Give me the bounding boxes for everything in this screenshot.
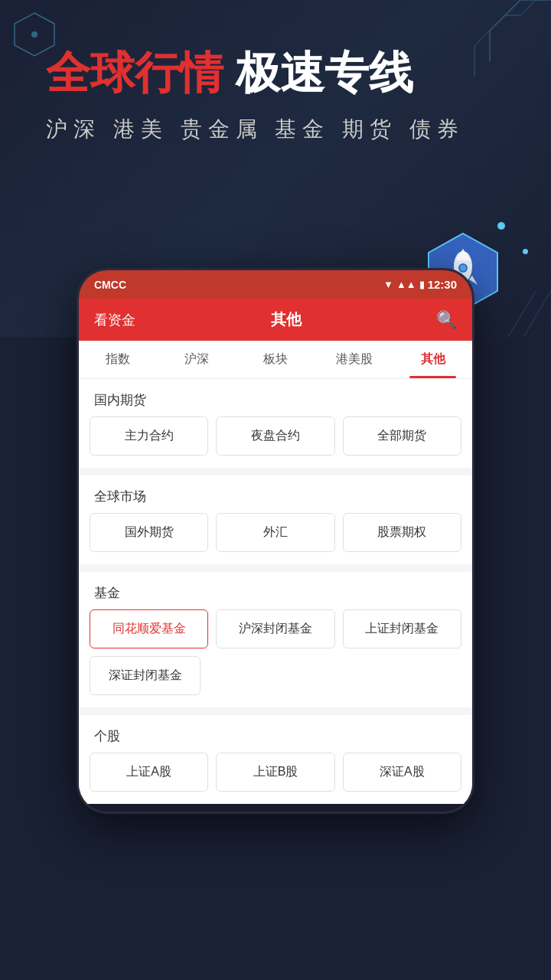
btn-hushen-closed-fund[interactable]: 沪深封闭基金 (216, 609, 334, 648)
tabs-bar: 指数 沪深 板块 港美股 其他 (79, 341, 472, 379)
battery-icon: ▮ (419, 279, 425, 290)
section-buttons-funds: 同花顺爱基金 沪深封闭基金 上证封闭基金 深证封闭基金 (79, 609, 472, 707)
btn-main-contract[interactable]: 主力合约 (90, 416, 208, 456)
status-time: 12:30 (428, 278, 457, 291)
section-title-domestic-futures: 国内期货 (79, 379, 472, 416)
tab-qita[interactable]: 其他 (393, 341, 472, 378)
tab-hushen[interactable]: 沪深 (158, 341, 236, 378)
status-bar: CMCC ▼ ▲▲ ▮ 12:30 (79, 270, 472, 299)
btn-shanghai-b[interactable]: 上证B股 (216, 753, 334, 792)
section-buttons-global-market: 国外期货 外汇 股票期权 (79, 513, 472, 564)
hero-title-white: 极速专线 (223, 47, 413, 97)
btn-shanghai-a[interactable]: 上证A股 (90, 753, 208, 792)
btn-foreign-futures[interactable]: 国外期货 (90, 513, 208, 552)
hero-subtitle: 沪深 港美 贵金属 基金 期货 债券 (46, 115, 520, 144)
btn-shenzheng-closed-fund[interactable]: 深证封闭基金 (90, 656, 201, 695)
phone-frame: CMCC ▼ ▲▲ ▮ 12:30 看资金 其他 🔍 指数 沪深 板块 (77, 268, 474, 814)
status-carrier: CMCC (94, 279, 126, 291)
btn-forex[interactable]: 外汇 (216, 513, 334, 552)
rocket-dot-small (523, 249, 528, 254)
section-individual-stocks: 个股 上证A股 上证B股 深证A股 (79, 715, 472, 804)
section-buttons-domestic-futures: 主力合约 夜盘合约 全部期货 (79, 416, 472, 468)
hero-title-red: 全球行情 (46, 47, 223, 97)
signal-icon: ▲▲ (396, 279, 416, 290)
tab-gangmeigu[interactable]: 港美股 (315, 341, 393, 378)
btn-stock-options[interactable]: 股票期权 (343, 513, 461, 552)
btn-all-futures[interactable]: 全部期货 (343, 416, 461, 456)
btn-shenzhen-a[interactable]: 深证A股 (343, 753, 461, 792)
tab-indices[interactable]: 指数 (79, 341, 158, 378)
section-funds: 基金 同花顺爱基金 沪深封闭基金 上证封闭基金 深证封闭基金 (79, 572, 472, 707)
section-title-funds: 基金 (79, 572, 472, 609)
wifi-icon: ▼ (383, 279, 393, 290)
tab-bankuai[interactable]: 板块 (236, 341, 315, 378)
section-title-individual-stocks: 个股 (79, 715, 472, 753)
phone-mockup: CMCC ▼ ▲▲ ▮ 12:30 看资金 其他 🔍 指数 沪深 板块 (77, 268, 474, 814)
rocket-dot-large (497, 222, 505, 230)
search-icon[interactable]: 🔍 (436, 310, 457, 330)
content-area: 国内期货 主力合约 夜盘合约 全部期货 全球市场 国外期货 外汇 股票期权 基金 (79, 379, 472, 804)
hero-title: 全球行情 极速专线 (46, 46, 520, 100)
status-icons: ▼ ▲▲ ▮ 12:30 (383, 278, 457, 291)
btn-tonghuashun-fund[interactable]: 同花顺爱基金 (90, 609, 208, 648)
btn-shangzheng-closed-fund[interactable]: 上证封闭基金 (343, 609, 461, 648)
app-header: 看资金 其他 🔍 (79, 299, 472, 341)
section-global-market: 全球市场 国外期货 外汇 股票期权 (79, 475, 472, 564)
section-title-global-market: 全球市场 (79, 475, 472, 513)
hero-text-block: 全球行情 极速专线 沪深 港美 贵金属 基金 期货 债券 (0, 0, 551, 159)
section-domestic-futures: 国内期货 主力合约 夜盘合约 全部期货 (79, 379, 472, 468)
header-left-label[interactable]: 看资金 (94, 311, 135, 329)
btn-night-contract[interactable]: 夜盘合约 (216, 416, 334, 456)
header-center-label: 其他 (271, 309, 302, 330)
section-buttons-individual-stocks: 上证A股 上证B股 深证A股 (79, 753, 472, 804)
